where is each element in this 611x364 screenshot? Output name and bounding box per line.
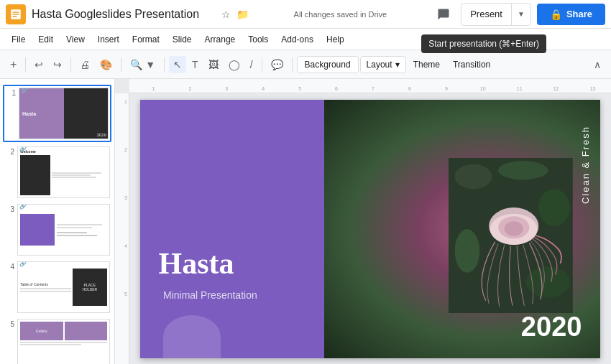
- slide-thumb-1[interactable]: 1 Hasta 2020 🔗: [3, 85, 111, 142]
- slide-num-5: 5: [4, 319, 14, 328]
- menu-format[interactable]: Format: [127, 32, 165, 47]
- header-right: Present ▼ 🔒 Share: [432, 3, 605, 26]
- slide-icon-2: 🔗: [19, 146, 27, 152]
- text-button[interactable]: T: [188, 56, 203, 73]
- slide-preview-4: Table of Contents PLACEHOLDER 🔗: [17, 261, 110, 313]
- paintformat-button[interactable]: 🎨: [96, 56, 116, 73]
- slide-thumb-3[interactable]: 3 🔗: [3, 202, 111, 257]
- background-button[interactable]: Background: [297, 56, 359, 73]
- present-dropdown-arrow[interactable]: ▼: [511, 4, 530, 25]
- svg-point-5: [454, 164, 492, 189]
- slide-icon-4: 🔗: [19, 261, 27, 267]
- slide-preview-1: Hasta 2020 🔗: [19, 88, 109, 139]
- app-icon: [6, 4, 26, 24]
- ruler-left: 1 2 3 4 5: [115, 93, 129, 364]
- title-bar: Hasta Googleslides Presentation ☆ 📁 All …: [0, 0, 611, 29]
- image-button[interactable]: 🖼: [204, 56, 223, 73]
- svg-point-8: [454, 229, 479, 272]
- divider-3: [121, 57, 121, 72]
- undo-button[interactable]: ↩: [30, 56, 47, 73]
- slide-icon-3: 🔗: [19, 204, 27, 210]
- canvas-area: 1 2 3 4 5 6 7 8 9 10 11 12 13 1 2 3 4: [115, 79, 611, 364]
- presentation-title: Hasta Googleslides Presentation: [32, 8, 216, 21]
- layout-dropdown[interactable]: Layout▾: [360, 56, 406, 73]
- jellyfish-image: [449, 151, 573, 319]
- svg-point-7: [538, 189, 569, 226]
- star-icon[interactable]: ☆: [221, 9, 231, 20]
- svg-point-13: [505, 221, 523, 236]
- slide-decoration: [163, 315, 221, 358]
- shape-button[interactable]: ◯: [224, 56, 244, 73]
- slide-subtitle-text: Minimal Presentation: [163, 289, 257, 301]
- menu-edit[interactable]: Edit: [32, 32, 59, 47]
- menu-arrange[interactable]: Arrange: [199, 32, 242, 47]
- menu-help[interactable]: Help: [321, 32, 350, 47]
- divider-6: [292, 57, 293, 72]
- share-button[interactable]: 🔒 Share: [537, 4, 605, 25]
- collapse-button[interactable]: ∧: [589, 56, 605, 73]
- slide-num-1: 1: [6, 88, 16, 97]
- redo-button[interactable]: ↪: [49, 56, 66, 73]
- slide-preview-2: Welcome 🔗: [17, 146, 110, 198]
- main-area: 1 Hasta 2020 🔗 2 Welcome: [0, 79, 611, 364]
- cloud-save-status: All changes saved in Drive: [249, 10, 433, 19]
- title-icons: ☆ 📁: [221, 9, 249, 20]
- svg-point-9: [526, 266, 569, 297]
- slide-tagline-text: Clean & Fresh: [580, 126, 591, 204]
- toolbar: + ↩ ↪ 🖨 🎨 🔍 ▼ ↖ T 🖼 ◯ / 💬 Background Lay…: [0, 50, 611, 79]
- menu-file[interactable]: File: [6, 32, 31, 47]
- lock-icon: 🔒: [550, 9, 562, 20]
- present-button[interactable]: Present ▼: [461, 3, 531, 26]
- menu-insert[interactable]: Insert: [92, 32, 125, 47]
- divider-5: [262, 57, 262, 72]
- slide-thumb-5[interactable]: 5 Gallery: [3, 317, 111, 364]
- menu-addons[interactable]: Add-ons: [275, 32, 319, 47]
- slide-panel: 1 Hasta 2020 🔗 2 Welcome: [0, 79, 115, 364]
- ruler-top: 1 2 3 4 5 6 7 8 9 10 11 12 13: [129, 79, 611, 93]
- tooltip: Start presentation (⌘+Enter): [421, 34, 546, 53]
- share-label: Share: [566, 9, 592, 19]
- svg-point-6: [498, 161, 548, 179]
- divider-1: [25, 57, 26, 72]
- add-button[interactable]: +: [6, 55, 21, 74]
- slide-thumb-4[interactable]: 4 Table of Contents PLACEHOLDER 🔗: [3, 260, 111, 314]
- slide-preview-3: 🔗: [17, 204, 110, 256]
- svg-rect-2: [13, 14, 19, 15]
- line-button[interactable]: /: [246, 56, 257, 73]
- print-button[interactable]: 🖨: [75, 56, 94, 73]
- divider-2: [70, 57, 71, 72]
- slide-num-2: 2: [4, 146, 14, 156]
- slide-canvas: Hasta Minimal Presentation 2020 Clean & …: [129, 93, 611, 364]
- slide-year-text: 2020: [521, 312, 582, 342]
- comment-button[interactable]: [432, 3, 455, 26]
- transition-button[interactable]: Transition: [447, 57, 496, 73]
- slide-num-3: 3: [4, 204, 14, 213]
- menu-view[interactable]: View: [60, 32, 91, 47]
- slide-preview-5: Gallery: [17, 319, 110, 364]
- slide-num-4: 4: [4, 261, 14, 271]
- zoom-button[interactable]: 🔍 ▼: [126, 56, 160, 73]
- folder-icon[interactable]: 📁: [236, 9, 249, 20]
- divider-4: [164, 57, 165, 72]
- main-slide[interactable]: Hasta Minimal Presentation 2020 Clean & …: [140, 100, 600, 358]
- present-label: Present: [461, 9, 511, 19]
- slide-icon-1: 🔗: [21, 88, 28, 93]
- comment-add-button[interactable]: 💬: [267, 56, 288, 73]
- slide-title-text: Hasta: [159, 246, 234, 281]
- theme-button[interactable]: Theme: [408, 57, 446, 73]
- cursor-button[interactable]: ↖: [169, 56, 186, 73]
- menu-slide[interactable]: Slide: [167, 32, 198, 47]
- svg-rect-3: [13, 16, 17, 17]
- slide-purple-panel: [140, 100, 343, 358]
- slide-thumb-2[interactable]: 2 Welcome 🔗: [3, 145, 111, 200]
- menu-tools[interactable]: Tools: [242, 32, 274, 47]
- svg-rect-1: [13, 11, 19, 13]
